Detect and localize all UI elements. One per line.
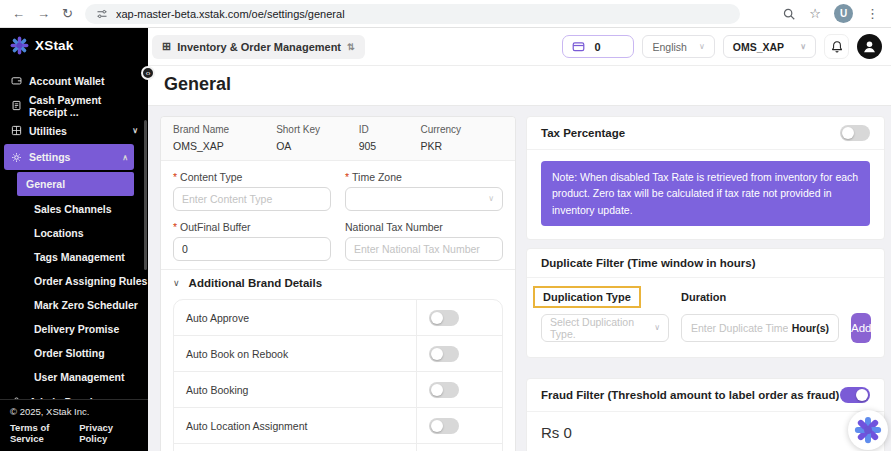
sidebar-collapse-button[interactable]: ‹› xyxy=(141,66,155,80)
main-area: ⊞ Inventory & Order Management ⇅ 0 Engli… xyxy=(148,28,891,451)
sidebar-item-label: Utilities xyxy=(29,125,67,137)
outfinal-buffer-field: *OutFinal Buffer xyxy=(173,221,331,261)
general-settings-panel: Brand Name OMS_XAP Short Key OA ID 905 C… xyxy=(160,116,516,451)
national-tax-label-text: National Tax Number xyxy=(345,221,443,233)
sidebar-item-label: Account Wallet xyxy=(29,75,104,87)
time-zone-label-text: Time Zone xyxy=(352,171,402,183)
xstak-logo[interactable]: XStak xyxy=(0,28,148,64)
time-zone-select[interactable]: ∨ xyxy=(345,187,503,211)
receipt-icon xyxy=(10,100,22,111)
chevron-down-icon: ∨ xyxy=(699,42,705,51)
brand-name-value: OMS_XAP xyxy=(173,140,276,152)
required-marker: * xyxy=(173,171,177,183)
duration-unit-label: Hour(s) xyxy=(792,322,829,334)
bookmark-star-icon[interactable]: ☆ xyxy=(809,7,821,20)
national-tax-input[interactable] xyxy=(345,237,503,261)
duplication-type-select[interactable]: Select Duplication Type. ∨ xyxy=(541,314,669,342)
zoom-icon[interactable] xyxy=(782,7,796,21)
chevron-up-icon: ∧ xyxy=(122,153,128,162)
app-topbar: ⊞ Inventory & Order Management ⇅ 0 Engli… xyxy=(148,28,891,66)
forward-icon[interactable]: → xyxy=(37,7,50,20)
copyright-text: © 2025, XStak Inc. xyxy=(10,406,138,417)
logo-text: XStak xyxy=(35,38,74,53)
auto-booking-toggle[interactable] xyxy=(429,382,459,398)
fraud-threshold-amount: Rs 0 xyxy=(541,424,572,441)
chevron-down-icon: ∨ xyxy=(132,126,138,135)
duplication-type-placeholder: Select Duplication Type. xyxy=(550,316,654,340)
content-type-label-text: Content Type xyxy=(180,171,242,183)
terms-link[interactable]: Terms of Service xyxy=(10,422,79,444)
fraud-filter-card: Fraud Filter (Threshold amount to label … xyxy=(526,378,885,451)
content-type-field: *Content Type xyxy=(173,171,331,211)
tax-percentage-title: Tax Percentage xyxy=(541,127,625,139)
app-switcher-label: Inventory & Order Management xyxy=(177,41,341,53)
brand-info-cell: Currency PKR xyxy=(421,124,504,152)
outfinal-buffer-input[interactable] xyxy=(173,237,331,261)
user-avatar[interactable] xyxy=(857,34,882,59)
language-select[interactable]: English ∨ xyxy=(642,35,714,58)
toggle-row-auto-booking: Auto Booking xyxy=(174,372,502,408)
auto-book-on-rebook-toggle[interactable] xyxy=(429,346,459,362)
tax-percentage-toggle[interactable] xyxy=(840,125,870,141)
sidebar-item-utilities[interactable]: Utilities ∨ xyxy=(0,118,148,143)
sidebar-item-label: Settings xyxy=(29,151,70,163)
duration-label: Duration xyxy=(681,291,870,303)
short-key-label: Short Key xyxy=(276,124,359,135)
privacy-link[interactable]: Privacy Policy xyxy=(79,422,138,444)
additional-brand-details-header[interactable]: ∨ Additional Brand Details xyxy=(161,269,515,296)
brand-info-strip: Brand Name OMS_XAP Short Key OA ID 905 C… xyxy=(161,117,515,161)
chevron-down-icon: ∨ xyxy=(488,194,494,203)
auto-approve-toggle[interactable] xyxy=(429,310,459,326)
sidebar-subitem-user-management[interactable]: User Management xyxy=(0,365,148,389)
sidebar-subitem-locations[interactable]: Locations xyxy=(0,221,148,245)
fraud-filter-toggle[interactable] xyxy=(840,387,870,403)
chevron-down-icon: ∨ xyxy=(800,42,806,51)
sidebar-subitem-order-slotting[interactable]: Order Slotting xyxy=(0,341,148,365)
content-type-label: *Content Type xyxy=(173,171,331,183)
tax-percentage-card: Tax Percentage Note: When disabled Tax R… xyxy=(526,116,885,240)
browser-toolbar: ← → ↻ xap-master-beta.xstak.com/oe/setti… xyxy=(0,0,891,28)
org-select[interactable]: OMS_XAP ∨ xyxy=(723,35,816,58)
toggle-row-auto-book-on-rebook: Auto Book on Rebook xyxy=(174,336,502,372)
sidebar-item-admin-panel[interactable]: Admin Panel ∨ xyxy=(0,389,148,399)
brand-info-cell: Brand Name OMS_XAP xyxy=(173,124,276,152)
sidebar-subitem-order-assigning-rules[interactable]: Order Assigning Rules xyxy=(0,269,148,293)
currency-value: PKR xyxy=(421,140,504,152)
sidebar-subitem-delivery-promise[interactable]: Delivery Promise xyxy=(0,317,148,341)
sidebar-subitem-tags-management[interactable]: Tags Management xyxy=(0,245,148,269)
notifications-button[interactable] xyxy=(824,34,849,59)
content-type-input[interactable] xyxy=(173,187,331,211)
browser-menu-icon[interactable]: ⋮ xyxy=(866,7,879,20)
sidebar-subitem-general[interactable]: General xyxy=(17,172,134,196)
person-icon xyxy=(861,38,878,55)
currency-label: Currency xyxy=(421,124,504,135)
sidebar-subitem-mark-zero-scheduler[interactable]: Mark Zero Scheduler xyxy=(0,293,148,317)
back-icon[interactable]: ← xyxy=(12,7,25,20)
sidebar-scrollbar[interactable] xyxy=(144,120,147,270)
browser-profile-avatar[interactable]: U xyxy=(834,4,853,23)
sidebar-item-account-wallet[interactable]: Account Wallet xyxy=(0,68,148,93)
duplicate-filter-title: Duplicate Filter (Time window in hours) xyxy=(541,257,755,269)
add-button[interactable]: Add xyxy=(851,313,871,343)
sidebar-subitem-sales-channels[interactable]: Sales Channels xyxy=(0,197,148,221)
duration-input[interactable] xyxy=(691,322,788,334)
sidebar-item-settings[interactable]: Settings ∧ xyxy=(4,144,134,170)
section-chevron-icon: ∨ xyxy=(173,278,180,288)
toggle-label: Auto Approve xyxy=(174,300,416,335)
sidebar-item-cash-payment-receipt[interactable]: Cash Payment Receipt ... xyxy=(0,93,148,118)
duplication-type-label-highlight: Duplication Type xyxy=(533,286,641,308)
wallet-balance-badge[interactable]: 0 xyxy=(562,35,634,58)
sort-arrows-icon: ⇅ xyxy=(347,42,355,52)
xstak-logo-icon xyxy=(10,36,29,55)
app-switcher[interactable]: ⊞ Inventory & Order Management ⇅ xyxy=(152,35,365,59)
refresh-icon[interactable]: ↻ xyxy=(62,7,73,20)
page-content: Brand Name OMS_XAP Short Key OA ID 905 C… xyxy=(148,106,891,451)
bell-icon xyxy=(830,40,844,54)
toggle-row-auto-location-assignment: Auto Location Assignment xyxy=(174,408,502,444)
general-form: *Content Type *Time Zone ∨ xyxy=(161,161,515,269)
auto-location-assignment-toggle[interactable] xyxy=(429,418,459,434)
xstak-floating-button[interactable] xyxy=(848,410,888,450)
address-bar[interactable]: xap-master-beta.xstak.com/oe/settings/ge… xyxy=(85,4,740,24)
toggle-row xyxy=(174,444,502,451)
national-tax-field: National Tax Number xyxy=(345,221,503,261)
